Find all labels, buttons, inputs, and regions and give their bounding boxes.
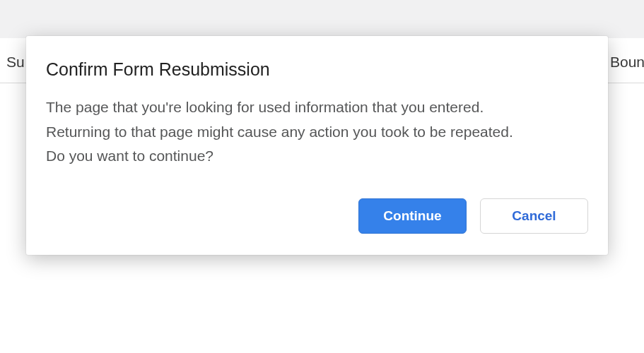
toolbar-band (0, 0, 644, 38)
continue-button[interactable]: Continue (358, 198, 467, 234)
partial-tab-left: Su (6, 54, 25, 71)
confirm-resubmission-dialog: Confirm Form Resubmission The page that … (26, 36, 608, 255)
dialog-title: Confirm Form Resubmission (46, 59, 588, 80)
cancel-button[interactable]: Cancel (480, 198, 588, 234)
dialog-actions: Continue Cancel (46, 198, 588, 234)
dialog-body-text: The page that you're looking for used in… (46, 95, 588, 169)
partial-tab-right: Boun (610, 54, 644, 71)
